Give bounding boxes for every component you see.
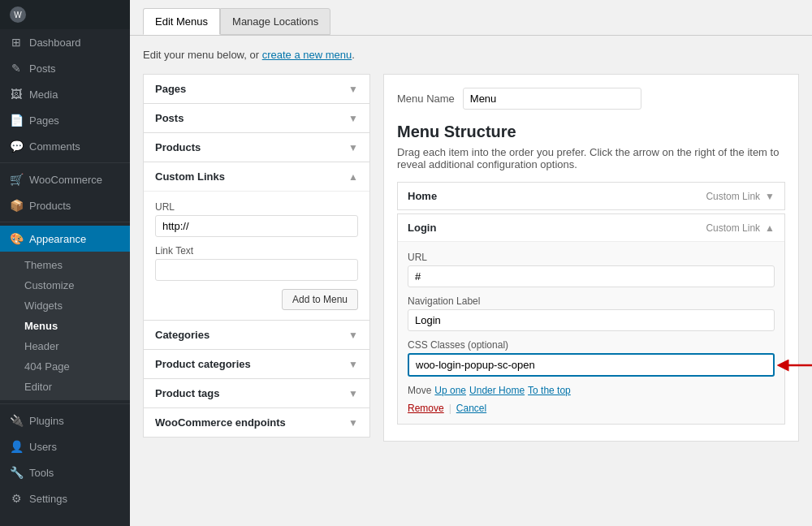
accordion-pages: Pages ▼ xyxy=(143,74,370,103)
sidebar-item-posts[interactable]: ✎ Posts xyxy=(0,55,130,81)
content-area: Edit your menu below, or create a new me… xyxy=(130,36,812,526)
menu-item-home-right: Custom Link ▼ xyxy=(706,191,775,202)
media-icon: 🖼 xyxy=(10,88,23,101)
sidebar-item-pages[interactable]: 📄 Pages xyxy=(0,107,130,133)
sidebar-item-users[interactable]: 👤 Users xyxy=(0,433,130,459)
two-column-layout: Pages ▼ Posts ▼ Products ▼ xyxy=(143,74,799,442)
sidebar-item-label: Tools xyxy=(29,467,54,479)
nav-label-label: Navigation Label xyxy=(408,295,775,307)
sidebar-logo: W xyxy=(0,0,130,29)
chevron-down-icon: ▼ xyxy=(348,330,358,341)
login-url-input[interactable] xyxy=(408,265,775,287)
css-classes-input[interactable] xyxy=(408,353,775,377)
accordion-categories-header[interactable]: Categories ▼ xyxy=(144,321,369,349)
sidebar-divider xyxy=(0,162,130,163)
accordion-product-tags-header[interactable]: Product tags ▼ xyxy=(144,379,369,407)
sidebar-item-products[interactable]: 📦 Products xyxy=(0,192,130,218)
url-input[interactable] xyxy=(155,215,358,237)
menu-name-input[interactable] xyxy=(463,88,641,110)
sidebar-item-settings[interactable]: ⚙ Settings xyxy=(0,485,130,511)
chevron-down-icon: ▼ xyxy=(348,113,358,124)
accordion-custom-links-header[interactable]: Custom Links ▲ xyxy=(144,162,369,191)
menu-item-home-type: Custom Link xyxy=(706,191,760,202)
tab-edit-menus[interactable]: Edit Menus xyxy=(143,8,220,35)
sidebar-item-plugins[interactable]: 🔌 Plugins xyxy=(0,407,130,433)
sidebar-item-appearance[interactable]: 🎨 Appearance xyxy=(0,226,130,252)
appearance-submenu: Themes Customize Widgets Menus Header 40… xyxy=(0,252,130,400)
comments-icon: 💬 xyxy=(10,140,23,153)
sidebar-item-label: Media xyxy=(29,88,58,101)
chevron-down-icon: ▼ xyxy=(348,84,358,95)
menu-item-login-type: Custom Link xyxy=(706,222,760,234)
chevron-down-icon: ▼ xyxy=(348,417,358,429)
sidebar-item-tools[interactable]: 🔧 Tools xyxy=(0,459,130,485)
add-to-menu-button[interactable]: Add to Menu xyxy=(282,289,358,310)
sidebar-item-dashboard[interactable]: ⊞ Dashboard xyxy=(0,29,130,55)
intro-text: Edit your menu below, or create a new me… xyxy=(143,49,799,61)
sidebar-item-header[interactable]: Header xyxy=(0,336,130,356)
chevron-up-icon: ▲ xyxy=(765,222,775,234)
to-the-top-link[interactable]: To the top xyxy=(528,385,571,396)
menu-item-login-header[interactable]: Login Custom Link ▲ xyxy=(398,214,784,241)
sidebar-item-menus[interactable]: Menus xyxy=(0,316,130,336)
create-new-menu-link[interactable]: create a new menu xyxy=(262,49,352,61)
link-text-field-row: Link Text xyxy=(155,245,358,281)
menu-item-login: Login Custom Link ▲ URL Navigation Label… xyxy=(397,213,785,425)
tab-manage-locations[interactable]: Manage Locations xyxy=(220,8,330,35)
move-up-link[interactable]: Up one xyxy=(434,385,466,396)
url-field-row: URL xyxy=(155,201,358,237)
accordion-woo-endpoints-header[interactable]: WooCommerce endpoints ▼ xyxy=(144,408,369,437)
sidebar-divider-2 xyxy=(0,222,130,222)
css-classes-label: CSS Classes (optional) xyxy=(408,339,775,351)
posts-icon: ✎ xyxy=(10,62,23,75)
sidebar-item-themes[interactable]: Themes xyxy=(0,255,130,275)
accordion-pages-label: Pages xyxy=(155,83,186,95)
sidebar-item-media[interactable]: 🖼 Media xyxy=(0,81,130,107)
sidebar-item-404[interactable]: 404 Page xyxy=(0,356,130,377)
accordion-products-header[interactable]: Products ▼ xyxy=(144,133,369,162)
sidebar-item-comments[interactable]: 💬 Comments xyxy=(0,133,130,159)
users-icon: 👤 xyxy=(10,440,23,453)
link-text-label: Link Text xyxy=(155,245,358,257)
accordion-posts-header[interactable]: Posts ▼ xyxy=(144,104,369,132)
sidebar-item-label: Dashboard xyxy=(29,37,81,49)
menu-item-login-title: Login xyxy=(408,222,436,234)
sidebar-item-widgets[interactable]: Widgets xyxy=(0,295,130,316)
action-row: Remove | Cancel xyxy=(408,403,775,414)
accordion-panel: Pages ▼ Posts ▼ Products ▼ xyxy=(143,74,370,438)
chevron-down-icon: ▼ xyxy=(348,359,358,370)
sidebar-item-label: Posts xyxy=(29,63,56,75)
plugins-icon: 🔌 xyxy=(10,414,23,427)
sidebar-item-label: WooCommerce xyxy=(29,174,102,186)
chevron-down-icon: ▼ xyxy=(348,142,358,153)
accordion-custom-links-label: Custom Links xyxy=(155,170,225,183)
accordion-product-categories-label: Product categories xyxy=(155,358,251,370)
under-home-link[interactable]: Under Home xyxy=(469,385,525,396)
remove-link[interactable]: Remove xyxy=(408,403,444,414)
accordion-product-categories-header[interactable]: Product categories ▼ xyxy=(144,350,369,378)
sidebar-item-woocommerce[interactable]: 🛒 WooCommerce xyxy=(0,166,130,192)
menu-item-home: Home Custom Link ▼ xyxy=(397,182,785,210)
menu-structure-desc: Drag each item into the order you prefer… xyxy=(397,146,785,170)
menu-item-home-header[interactable]: Home Custom Link ▼ xyxy=(398,183,784,209)
cancel-link[interactable]: Cancel xyxy=(456,403,486,414)
sidebar-item-label: Pages xyxy=(29,114,59,127)
sidebar-item-label: Products xyxy=(29,200,71,212)
sidebar-item-editor[interactable]: Editor xyxy=(0,377,130,397)
tools-icon: 🔧 xyxy=(10,466,23,479)
link-text-input[interactable] xyxy=(155,259,358,281)
sidebar-item-customize[interactable]: Customize xyxy=(0,275,130,295)
sidebar-divider-3 xyxy=(0,403,130,404)
dashboard-icon: ⊞ xyxy=(10,36,23,49)
accordion-posts: Posts ▼ xyxy=(143,103,370,132)
accordion-pages-header[interactable]: Pages ▼ xyxy=(144,75,369,103)
products-icon: 📦 xyxy=(10,199,23,212)
accordion-woo-endpoints: WooCommerce endpoints ▼ xyxy=(143,407,370,438)
url-field-label: URL xyxy=(408,252,775,263)
css-classes-row xyxy=(408,353,775,377)
tab-bar: Edit Menus Manage Locations xyxy=(130,0,812,36)
accordion-categories: Categories ▼ xyxy=(143,320,370,349)
settings-icon: ⚙ xyxy=(10,492,23,505)
menu-name-label: Menu Name xyxy=(397,93,455,105)
login-nav-input[interactable] xyxy=(408,309,775,331)
